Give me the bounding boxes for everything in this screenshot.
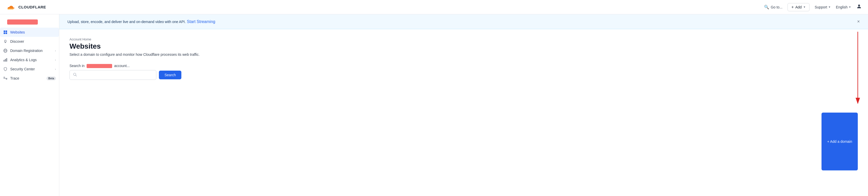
logo-area: CLOUDFLARE: [6, 4, 46, 11]
sidebar-item-security-center[interactable]: Security Center ›: [0, 64, 59, 74]
sidebar-item-label: Security Center: [10, 67, 52, 71]
search-input[interactable]: [79, 73, 153, 77]
language-button[interactable]: English ▼: [836, 5, 851, 9]
svg-point-0: [858, 4, 860, 6]
svg-rect-3: [4, 32, 5, 34]
svg-rect-2: [6, 30, 7, 32]
svg-rect-11: [6, 58, 7, 62]
user-icon: [856, 4, 862, 9]
chevron-right-icon: ›: [55, 67, 56, 71]
svg-line-16: [75, 75, 76, 76]
banner-message: Upload, store, encode, and deliver live …: [67, 20, 186, 24]
grid-icon: [3, 30, 8, 34]
page-description: Select a domain to configure and monitor…: [69, 52, 858, 57]
search-label: Search in account...: [69, 64, 858, 68]
svg-rect-9: [4, 60, 4, 62]
sidebar-item-analytics-logs[interactable]: Analytics & Logs ›: [0, 55, 59, 64]
chevron-down-icon: ▼: [803, 6, 806, 8]
trace-icon: [3, 76, 8, 81]
chevron-right-icon: ›: [55, 58, 56, 61]
svg-rect-1: [4, 30, 5, 32]
search-section: Search in account... Search: [69, 64, 858, 80]
breadcrumb: Account Home: [69, 37, 858, 41]
sidebar-item-websites[interactable]: Websites: [0, 28, 59, 37]
sidebar-item-label: Discover: [10, 39, 56, 44]
cloudflare-logo-icon: [6, 4, 17, 11]
beta-badge: Beta: [46, 77, 56, 80]
chevron-down-icon: ▼: [828, 6, 831, 8]
chevron-right-icon: ›: [55, 49, 56, 52]
sidebar-top-section: [0, 20, 59, 28]
plus-icon: +: [792, 5, 794, 9]
goto-button[interactable]: 🔍 Go to...: [764, 5, 782, 9]
user-menu-button[interactable]: [856, 4, 862, 11]
lightbulb-icon: [3, 39, 8, 44]
svg-rect-12: [4, 78, 7, 79]
search-icon: [73, 73, 77, 78]
sidebar-item-trace[interactable]: Trace Beta: [0, 74, 59, 83]
page-title: Websites: [69, 42, 858, 50]
add-button[interactable]: + Add ▼: [787, 3, 809, 11]
svg-rect-10: [5, 59, 6, 62]
topnav-right-actions: 🔍 Go to... + Add ▼ Support ▼ English ▼: [764, 3, 862, 11]
sidebar-redacted-item: [7, 20, 38, 25]
search-icon: 🔍: [764, 5, 769, 9]
add-domain-button[interactable]: + Add a domain: [822, 113, 858, 170]
sidebar-item-label: Analytics & Logs: [10, 58, 52, 62]
sidebar-item-discover[interactable]: Discover: [0, 37, 59, 46]
main-content: Account Home Websites Select a domain to…: [59, 29, 868, 196]
cloudflare-logo-text: CLOUDFLARE: [19, 5, 46, 9]
globe-icon: [3, 48, 8, 53]
svg-point-13: [4, 77, 5, 78]
banner-close-button[interactable]: ×: [857, 19, 860, 24]
shield-icon: [3, 67, 8, 72]
banner-text-area: Upload, store, encode, and deliver live …: [67, 20, 215, 24]
announcement-banner: Upload, store, encode, and deliver live …: [59, 14, 868, 29]
svg-rect-4: [6, 32, 7, 34]
banner-link[interactable]: Start Streaming: [187, 20, 215, 24]
search-input-wrapper: [69, 70, 156, 80]
search-button[interactable]: Search: [159, 71, 181, 79]
svg-point-5: [4, 40, 6, 42]
support-button[interactable]: Support ▼: [815, 5, 831, 9]
sidebar-item-label: Trace: [10, 76, 44, 80]
bar-chart-icon: [3, 58, 8, 62]
main-layout: Websites Discover Domain Registration › …: [0, 14, 868, 196]
svg-point-14: [6, 79, 7, 80]
search-row: Search: [69, 70, 858, 80]
sidebar-item-label: Websites: [10, 30, 56, 34]
chevron-down-icon: ▼: [848, 6, 851, 8]
redacted-account-name: [87, 64, 112, 68]
sidebar-item-label: Domain Registration: [10, 49, 52, 53]
sidebar: Websites Discover Domain Registration › …: [0, 14, 59, 196]
top-navigation: CLOUDFLARE 🔍 Go to... + Add ▼ Support ▼ …: [0, 0, 868, 14]
sidebar-item-domain-registration[interactable]: Domain Registration ›: [0, 46, 59, 55]
